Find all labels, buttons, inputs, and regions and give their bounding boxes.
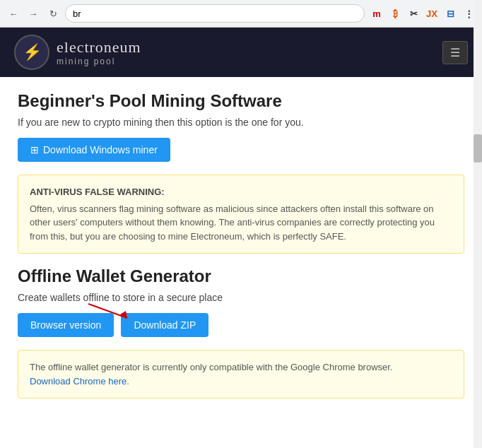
logo-name: electroneum (57, 38, 141, 57)
site-logo: ⚡ electroneum mining pool (14, 35, 141, 70)
wallet-info-box: The offline wallet generator is currentl… (18, 350, 464, 399)
main-content: Beginner's Pool Mining Software If you a… (0, 77, 482, 413)
page-content: ⚡ electroneum mining pool ☰ Beginner's P… (0, 28, 482, 413)
tools-icon[interactable]: ✂ (406, 6, 421, 21)
download-windows-label: Download Windows miner (43, 144, 158, 155)
mining-section: Beginner's Pool Mining Software If you a… (18, 91, 464, 162)
download-chrome-link[interactable]: Download Chrome here. (30, 376, 129, 387)
back-button[interactable]: ← (6, 6, 21, 21)
site-nav: ⚡ electroneum mining pool ☰ (0, 28, 482, 77)
browser-toolbar: ← → ↻ m ₿ ✂ JX ⊟ ⋮ (0, 0, 482, 27)
browser-icons: m ₿ ✂ JX ⊟ ⋮ (369, 6, 476, 21)
logo-sub: mining pool (57, 57, 141, 66)
antivirus-warning-title: ANTI-VIRUS FALSE WARNING: (30, 185, 452, 199)
scrollbar-thumb[interactable] (474, 134, 482, 163)
bookmark-icon[interactable]: ⊟ (442, 6, 458, 21)
logo-icon: ⚡ (14, 35, 49, 70)
address-bar[interactable] (65, 4, 365, 23)
refresh-button[interactable]: ↻ (45, 6, 61, 21)
offline-wallet-section: Offline Wallet Generator Create wallets … (18, 266, 464, 399)
wallet-title: Offline Wallet Generator (18, 266, 464, 286)
mining-description: If you are new to crypto mining then thi… (18, 117, 464, 128)
wallet-info-text: The offline wallet generator is currentl… (30, 362, 393, 372)
wallet-buttons-row: Browser version Download ZIP (18, 313, 464, 337)
browser-chrome: ← → ↻ m ₿ ✂ JX ⊟ ⋮ (0, 0, 482, 28)
jx-icon[interactable]: JX (424, 6, 440, 21)
btc-icon[interactable]: ₿ (387, 6, 403, 21)
forward-button[interactable]: → (25, 6, 41, 21)
svg-line-0 (88, 304, 127, 318)
mining-title: Beginner's Pool Mining Software (18, 91, 464, 111)
arrow-annotation (85, 300, 141, 322)
hamburger-button[interactable]: ☰ (442, 41, 468, 64)
windows-icon: ⊞ (30, 144, 39, 155)
logo-text: electroneum mining pool (57, 38, 141, 66)
download-windows-button[interactable]: ⊞ Download Windows miner (18, 138, 170, 162)
scrollbar[interactable] (474, 0, 482, 413)
antivirus-warning-body: Often, virus scanners flag mining softwa… (30, 202, 452, 244)
m-icon[interactable]: m (369, 6, 384, 21)
antivirus-warning: ANTI-VIRUS FALSE WARNING: Often, virus s… (18, 175, 464, 254)
